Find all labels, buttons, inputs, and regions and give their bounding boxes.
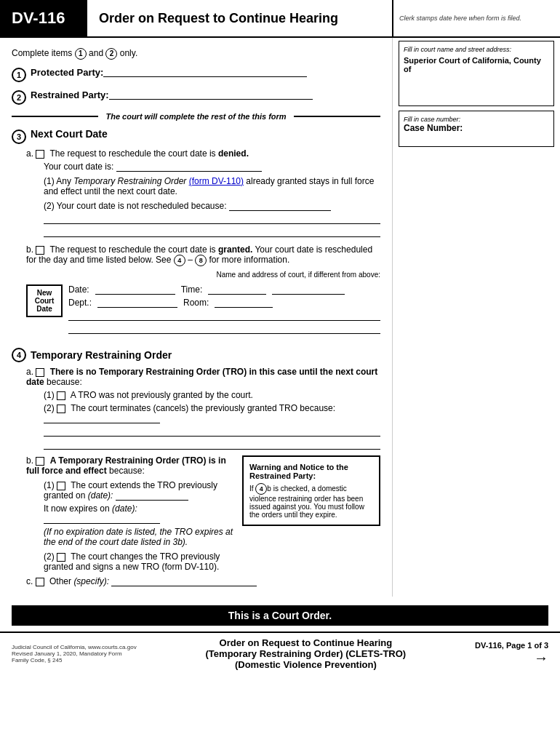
section-num-4: 4	[12, 348, 26, 362]
restrained-party-label: Restrained Party:	[31, 89, 109, 100]
4a1-row: (1) A TRO was not previously granted by …	[44, 390, 380, 400]
3a-p2-text: (2) Your court date is not rescheduled b…	[44, 201, 227, 211]
4a1-text: A TRO was not previously granted by the …	[71, 390, 253, 400]
footer-center-line3: (Domestic Violence Prevention)	[206, 659, 407, 670]
4a2-row: (2) The court terminates (cancels) the p…	[44, 403, 380, 450]
4b2-text: The court changes the TRO previously gra…	[44, 551, 220, 572]
and-text: and	[89, 48, 105, 58]
only-text: only.	[120, 48, 137, 58]
section4: 4 Temporary Restraining Order a. There i…	[12, 347, 380, 586]
4b1-italic-note: (If no expiration date is listed, the TR…	[44, 527, 235, 547]
4b-row: b. A Temporary Restraining Order (TRO) i…	[26, 455, 380, 572]
4c-checkbox[interactable]	[36, 578, 44, 586]
section3a: a. The request to reschedule the court d…	[26, 148, 380, 237]
right-sidebar: Fill in court name and street address: S…	[393, 38, 560, 150]
4b1-expires: It now expires on	[44, 503, 110, 514]
time-extra-input[interactable]	[272, 284, 345, 295]
clerk-stamp-text: Clerk stamps date here when form is file…	[399, 15, 521, 22]
4a-label: a.	[26, 367, 36, 377]
date-label: Date:	[68, 284, 89, 295]
4b1-expires-row: It now expires on (date):	[44, 503, 235, 524]
dept-row: Dept.: Room:	[68, 298, 380, 308]
time-label: Time:	[181, 284, 203, 295]
case-number-label: Fill in case number:	[404, 116, 549, 123]
3b-text: The request to reschedule the court date…	[49, 244, 215, 255]
3b-dash: –	[188, 255, 193, 265]
footer-left-line2: Revised January 1, 2020, Mandatory Form	[12, 650, 137, 657]
4c-text: Other	[49, 576, 71, 586]
4c-label: c.	[26, 576, 36, 586]
court-addr-line2	[68, 324, 380, 334]
footer: Judicial Council of California, www.cour…	[0, 632, 560, 674]
protected-party-input[interactable]	[103, 67, 307, 77]
new-court-date-box: New Court Date	[26, 284, 63, 317]
4a2-checkbox[interactable]	[57, 405, 65, 413]
top-section: Complete items 1 and 2 only. 1 Protected…	[0, 38, 560, 597]
section4b: b. A Temporary Restraining Order (TRO) i…	[26, 455, 380, 572]
footer-center-line2: (Temporary Restraining Order) (CLETS-TRO…	[206, 648, 407, 659]
4b1-paren: (1)	[44, 480, 57, 490]
4b1-date-input[interactable]	[116, 490, 188, 501]
section-num-2: 2	[12, 90, 26, 105]
footer-center: Order on Request to Continue Hearing (Te…	[206, 637, 407, 670]
4b-checkbox[interactable]	[36, 457, 44, 466]
4b-left: b. A Temporary Restraining Order (TRO) i…	[26, 455, 235, 572]
dept-input[interactable]	[97, 298, 177, 308]
header: DV-116 Order on Request to Continue Hear…	[0, 0, 560, 38]
warning-box: Warning and Notice to the Restrained Par…	[242, 455, 380, 526]
4b2-checkbox[interactable]	[57, 553, 65, 562]
date-input[interactable]	[95, 284, 175, 295]
4a2-input[interactable]	[44, 413, 160, 423]
section4c: c. Other (specify):	[26, 576, 380, 586]
form-number: DV-116	[0, 0, 87, 36]
room-label: Room:	[183, 298, 209, 308]
footer-right: DV-116, Page 1 of 3 →	[475, 641, 548, 666]
court-date-row: New Court Date Date: Time:	[26, 284, 380, 337]
4a1-paren: (1)	[44, 390, 57, 400]
4a1-checkbox[interactable]	[57, 391, 65, 400]
footer-center-line1: Order on Request to Continue Hearing	[206, 637, 407, 648]
3b-more: for more information.	[209, 255, 290, 265]
restrained-party-input[interactable]	[109, 89, 313, 100]
section-num-1: 1	[12, 68, 26, 82]
time-input[interactable]	[208, 284, 266, 295]
section3b: b. The request to reschedule the court d…	[26, 244, 380, 337]
3a-court-date-input[interactable]	[116, 162, 262, 172]
3a-checkbox[interactable]	[36, 150, 44, 159]
3a-p2-underline2	[44, 227, 380, 237]
circle-2: 2	[105, 48, 117, 60]
4a-checkbox[interactable]	[36, 368, 44, 377]
4b2-row: (2) The court changes the TRO previously…	[44, 551, 235, 572]
court-name-label: Fill in court name and street address:	[404, 46, 549, 53]
complete-items-row: Complete items 1 and 2 only.	[12, 44, 380, 67]
3b-checkbox[interactable]	[36, 246, 44, 255]
4b1-checkbox[interactable]	[57, 482, 65, 490]
4a-rest: because:	[47, 377, 82, 387]
3a-p1-link[interactable]: (form DV-110)	[189, 176, 244, 186]
3a-p1: (1) Any Temporary Restraining Order (for…	[44, 176, 380, 196]
4b1-italic-text: (If no expiration date is listed, the TR…	[44, 527, 233, 547]
3a-p2-underline1	[44, 214, 380, 224]
court-divider-text: The court will complete the rest of the …	[98, 112, 293, 121]
court-name-box: Fill in court name and street address: S…	[399, 41, 554, 106]
footer-form-number: DV-116, Page 1 of 3	[475, 641, 548, 650]
4c-input[interactable]	[111, 576, 257, 586]
3b-granted: granted.	[218, 244, 252, 255]
room-input[interactable]	[215, 298, 273, 308]
section4a: a. There is no Temporary Restraining Ord…	[26, 367, 380, 450]
protected-party-row: 1 Protected Party:	[12, 67, 380, 82]
date-fields: Date: Time: Dept.: Room:	[68, 284, 380, 337]
4b1-expires-input[interactable]	[44, 514, 160, 524]
clerk-stamp-box: Clerk stamps date here when form is file…	[393, 0, 560, 36]
section3: 3 Next Court Date a. The request to resc…	[12, 128, 380, 337]
new-court-date-label: New	[33, 289, 55, 297]
4c-specify: (specify):	[73, 576, 109, 586]
section3-title: Next Court Date	[31, 128, 108, 140]
warning-b: b is checked, a domestic violence restra…	[249, 485, 364, 519]
3a-label: a.	[26, 148, 36, 159]
complete-items-text: Complete items	[12, 48, 72, 58]
form-title: Order on Request to Continue Hearing	[87, 0, 393, 36]
3a-p2-input[interactable]	[229, 201, 331, 211]
warning-circle: 4	[255, 483, 267, 495]
4b1-date-label: (date):	[88, 490, 113, 501]
